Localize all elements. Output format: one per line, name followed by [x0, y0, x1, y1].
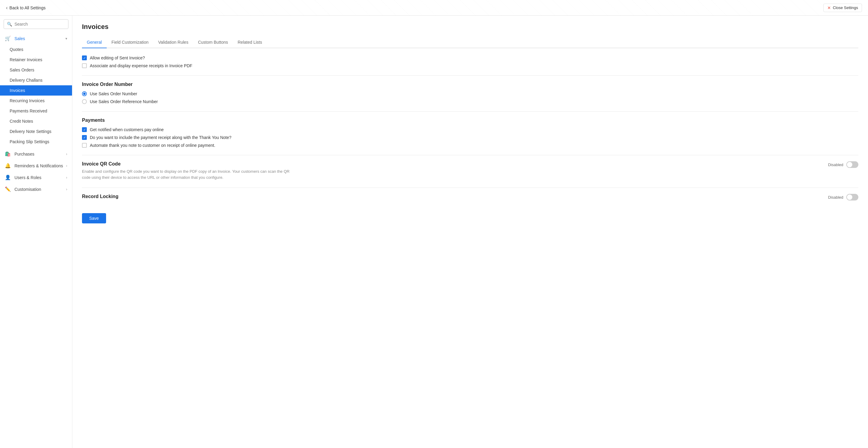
tab-related-lists[interactable]: Related Lists: [233, 37, 267, 48]
qr-toggle-control: Disabled: [828, 161, 858, 168]
sales-chevron-icon: ▾: [65, 36, 67, 41]
search-icon: 🔍: [7, 22, 12, 27]
record-locking-toggle-label: Disabled: [828, 195, 843, 200]
invoice-order-section: Invoice Order Number Use Sales Order Num…: [82, 82, 858, 104]
sales-group-label: Sales: [14, 36, 25, 41]
record-locking-toggle-switch[interactable]: [846, 194, 858, 201]
purchases-chevron-icon: ›: [66, 152, 67, 156]
radio-sales-order-ref-label[interactable]: Use Sales Order Reference Number: [90, 99, 158, 104]
search-input[interactable]: [14, 22, 65, 27]
sidebar-item-payments-received[interactable]: Payments Received: [0, 106, 72, 116]
close-settings-label: Close Settings: [833, 5, 858, 10]
checkbox-row-notified: Get notified when customers pay online: [82, 127, 858, 132]
reminders-label: Reminders & Notifications: [14, 163, 63, 168]
allow-editing-checkbox[interactable]: [82, 56, 87, 60]
sidebar-item-recurring-invoices[interactable]: Recurring Invoices: [0, 96, 72, 106]
radio-sales-order[interactable]: [82, 91, 87, 96]
sales-group-header[interactable]: 🛒 Sales ▾: [0, 33, 72, 44]
tab-validation-rules[interactable]: Validation Rules: [153, 37, 193, 48]
sidebar-item-delivery-challans[interactable]: Delivery Challans: [0, 75, 72, 85]
top-bar: ‹ Back to All Settings ✕ Close Settings: [0, 0, 868, 16]
divider-2: [82, 111, 858, 112]
customisation-label: Customisation: [14, 187, 41, 192]
general-settings-section: Allow editing of Sent Invoice? Associate…: [82, 56, 858, 68]
tab-custom-buttons[interactable]: Custom Buttons: [193, 37, 233, 48]
customisation-group[interactable]: ✏️ Customisation ›: [0, 183, 72, 195]
qr-description: Enable and configure the QR code you wan…: [82, 169, 293, 180]
reminders-icon: 🔔: [5, 163, 11, 168]
invoice-order-title: Invoice Order Number: [82, 82, 858, 87]
sidebar-item-quotes[interactable]: Quotes: [0, 44, 72, 55]
customisation-chevron-icon: ›: [66, 187, 67, 191]
automate-thank-you-label[interactable]: Automate thank you note to customer on r…: [90, 143, 215, 148]
record-locking-section: Record Locking Disabled: [82, 194, 858, 201]
record-locking-toggle-control: Disabled: [828, 194, 858, 201]
reminders-chevron-icon: ›: [66, 164, 67, 168]
radio-sales-order-label[interactable]: Use Sales Order Number: [90, 91, 137, 96]
purchases-label: Purchases: [14, 152, 34, 156]
sidebar-item-retainer-invoices[interactable]: Retainer Invoices: [0, 55, 72, 65]
checkbox-row-automate: Automate thank you note to customer on r…: [82, 143, 858, 148]
back-label: Back to All Settings: [9, 5, 45, 10]
save-button[interactable]: Save: [82, 213, 106, 223]
radio-row-sales-order: Use Sales Order Number: [82, 91, 858, 96]
users-icon: 👤: [5, 175, 11, 180]
expense-receipts-label[interactable]: Associate and display expense receipts i…: [90, 63, 192, 68]
qr-title: Invoice QR Code: [82, 161, 293, 167]
record-locking-toggle-row: Record Locking Disabled: [82, 194, 858, 201]
notify-online-payment-label[interactable]: Get notified when customers pay online: [90, 127, 164, 132]
radio-row-sales-order-ref: Use Sales Order Reference Number: [82, 99, 858, 104]
x-icon: ✕: [827, 5, 831, 10]
purchases-group[interactable]: 🛍️ Purchases ›: [0, 148, 72, 160]
qr-toggle-switch[interactable]: [846, 161, 858, 168]
qr-info: Invoice QR Code Enable and configure the…: [82, 161, 293, 180]
back-button[interactable]: ‹ Back to All Settings: [6, 5, 45, 10]
invoice-qr-section: Invoice QR Code Enable and configure the…: [82, 161, 858, 180]
tab-general[interactable]: General: [82, 37, 107, 48]
payments-title: Payments: [82, 118, 858, 123]
sidebar-item-credit-notes[interactable]: Credit Notes: [0, 116, 72, 126]
users-chevron-icon: ›: [66, 176, 67, 180]
search-box[interactable]: 🔍: [4, 19, 68, 29]
include-receipt-checkbox[interactable]: [82, 135, 87, 140]
tabs-bar: General Field Customization Validation R…: [82, 37, 858, 48]
sidebar-item-invoices[interactable]: Invoices: [0, 85, 72, 96]
users-group[interactable]: 👤 Users & Roles ›: [0, 172, 72, 183]
notify-online-payment-checkbox[interactable]: [82, 127, 87, 132]
purchases-icon: 🛍️: [5, 151, 11, 156]
sidebar-item-packing-slip-settings[interactable]: Packing Slip Settings: [0, 137, 72, 147]
qr-toggle-label: Disabled: [828, 162, 843, 167]
users-label: Users & Roles: [14, 175, 41, 180]
divider-3: [82, 155, 858, 155]
include-receipt-label[interactable]: Do you want to include the payment recei…: [90, 135, 231, 140]
sales-items: Quotes Retainer Invoices Sales Orders De…: [0, 44, 72, 147]
chevron-left-icon: ‹: [6, 5, 7, 10]
checkbox-row-editing: Allow editing of Sent Invoice?: [82, 56, 858, 60]
sidebar-item-sales-orders[interactable]: Sales Orders: [0, 65, 72, 75]
allow-editing-label[interactable]: Allow editing of Sent Invoice?: [90, 56, 145, 60]
radio-sales-order-ref[interactable]: [82, 99, 87, 104]
record-locking-info: Record Locking: [82, 194, 119, 201]
automate-thank-you-checkbox[interactable]: [82, 143, 87, 148]
checkbox-row-expense: Associate and display expense receipts i…: [82, 63, 858, 68]
sales-section: 🛒 Sales ▾ Quotes Retainer Invoices Sales…: [0, 31, 72, 148]
customisation-icon: ✏️: [5, 187, 11, 192]
page-title: Invoices: [82, 23, 858, 31]
reminders-group[interactable]: 🔔 Reminders & Notifications ›: [0, 160, 72, 172]
content-area: Invoices General Field Customization Val…: [72, 16, 868, 448]
tab-field-customization[interactable]: Field Customization: [107, 37, 153, 48]
close-settings-button[interactable]: ✕ Close Settings: [824, 4, 862, 12]
divider-4: [82, 187, 858, 188]
sidebar: 🔍 🛒 Sales ▾ Quotes Retainer Invoices Sal…: [0, 16, 72, 448]
sales-icon: 🛒: [5, 36, 11, 41]
expense-receipts-checkbox[interactable]: [82, 63, 87, 68]
checkbox-row-receipt: Do you want to include the payment recei…: [82, 135, 858, 140]
payments-section: Payments Get notified when customers pay…: [82, 118, 858, 148]
qr-toggle-row: Invoice QR Code Enable and configure the…: [82, 161, 858, 180]
record-locking-title: Record Locking: [82, 194, 119, 199]
sidebar-item-delivery-note-settings[interactable]: Delivery Note Settings: [0, 126, 72, 137]
